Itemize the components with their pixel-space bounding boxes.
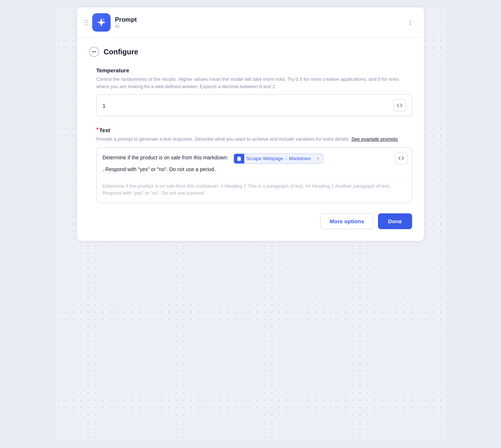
text-input-wrapper[interactable]: Determine if the product is on sale from… [96, 147, 412, 203]
svg-point-1 [98, 25, 99, 25]
text-code-button[interactable] [395, 152, 407, 165]
chip-source-label: Scrape Webpage [244, 156, 285, 161]
text-preview: Determine if the product is on sale from… [102, 183, 406, 197]
text-prefix: Determine if the product is on sale from… [102, 153, 228, 162]
svg-point-2 [410, 20, 411, 21]
text-suffix: . Respond with "yes" or "no". Do not use… [102, 165, 216, 173]
footer-buttons: More options Done [89, 213, 412, 229]
variable-chip[interactable]: Scrape Webpage › Markdown × [234, 153, 323, 164]
temperature-value: 1 [102, 102, 105, 109]
temperature-description: Control the randomness of the results. H… [96, 76, 412, 90]
text-label: * Text [96, 127, 412, 133]
app-icon [92, 13, 111, 32]
svg-point-0 [103, 19, 104, 20]
required-star: * [96, 127, 98, 133]
chip-icon [234, 153, 244, 164]
temperature-label: Temperature [96, 67, 412, 73]
more-options-button[interactable]: More options [320, 213, 373, 229]
header-more-menu-button[interactable] [404, 18, 417, 27]
text-description: Provide a prompt to generate a text resp… [96, 136, 412, 143]
temperature-input-wrapper[interactable]: 1 [96, 94, 412, 116]
done-button[interactable]: Done [378, 213, 412, 229]
collapse-button[interactable] [89, 47, 99, 57]
chip-field-label: Markdown [287, 156, 313, 161]
text-input-bottom: Determine if the product is on sale from… [97, 179, 412, 203]
drag-handle[interactable] [84, 20, 88, 25]
app-subtitle: AI [115, 24, 137, 29]
chip-close-button[interactable]: × [313, 153, 323, 164]
temperature-code-button[interactable] [393, 99, 406, 112]
text-input-top: Determine if the product is on sale from… [97, 148, 412, 176]
svg-point-3 [410, 22, 411, 23]
svg-rect-5 [92, 51, 96, 52]
temperature-field-group: Temperature Control the randomness of th… [96, 67, 412, 116]
card-header: Prompt AI [77, 7, 424, 38]
example-prompts-link[interactable]: See example prompts [351, 136, 397, 142]
app-title: Prompt [115, 16, 137, 24]
configure-title: Configure [104, 48, 138, 56]
svg-point-4 [410, 24, 411, 25]
text-field-group: * Text Provide a prompt to generate a te… [96, 127, 412, 203]
